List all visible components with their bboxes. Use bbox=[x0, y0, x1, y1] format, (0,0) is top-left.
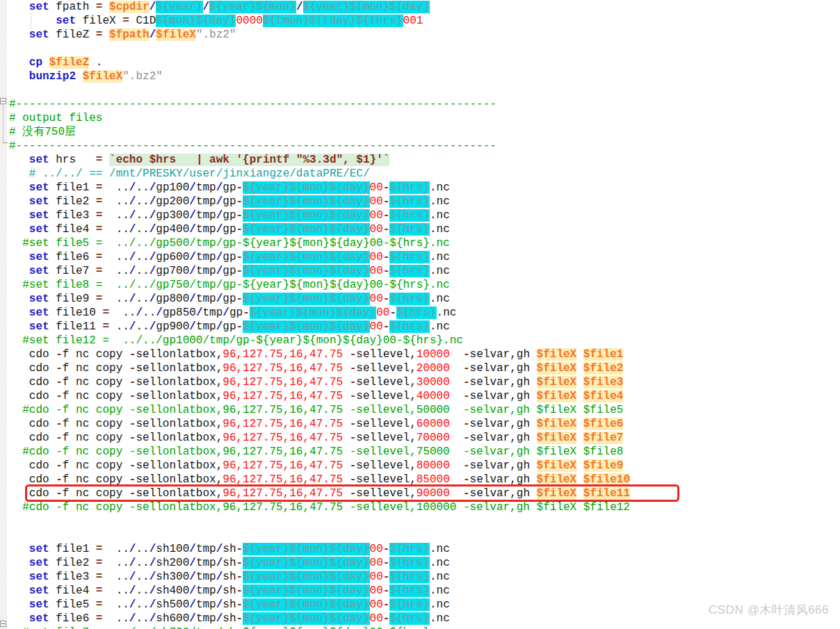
code-token-num: 30000 bbox=[417, 376, 450, 389]
code-token-tx: gp700 bbox=[156, 265, 189, 277]
code-token-tx bbox=[450, 487, 463, 500]
code-token-op: - bbox=[463, 418, 470, 430]
code-token-cy: ${year}${mon}${day} bbox=[243, 612, 369, 625]
code-token-sl: / bbox=[150, 181, 156, 194]
code-token-cy: ${year}${mon}${day} bbox=[243, 557, 369, 569]
code-token-tx: f nc copy bbox=[63, 473, 129, 486]
code-token-num: 90000 bbox=[417, 487, 450, 500]
code-line: set file7 = ../../gp700/tmp/gp-${year}${… bbox=[9, 264, 840, 278]
code-token-tx: sellonlatbox, bbox=[136, 390, 223, 402]
code-token-tx bbox=[9, 557, 29, 569]
code-token-op: = bbox=[96, 543, 103, 555]
code-token-op: - bbox=[56, 376, 63, 389]
code-token-tx bbox=[576, 418, 583, 430]
code-token-op: - bbox=[129, 348, 136, 361]
code-token-tx: .nc bbox=[430, 195, 450, 208]
code-token-tx: .. bbox=[136, 612, 149, 625]
code-token-tx: tmp bbox=[196, 598, 216, 611]
code-token-tx: selvar,gh bbox=[470, 487, 537, 500]
code-token-sl: / bbox=[216, 571, 223, 583]
code-token-tx: file5 bbox=[49, 598, 96, 611]
code-token-tx: tmp bbox=[203, 307, 223, 319]
code-token-op: - bbox=[236, 293, 243, 305]
code-token-tx: sellonlatbox, bbox=[136, 473, 223, 486]
code-token-cy: ${year}${mon}${day} bbox=[243, 543, 369, 555]
code-token-op: - bbox=[56, 473, 63, 486]
code-area[interactable]: set fpath = $cpdir/${year}/${year}${mon}… bbox=[0, 0, 840, 629]
code-token-tx: f nc copy bbox=[63, 459, 129, 472]
code-token-cm: #---------------------------------------… bbox=[9, 98, 496, 111]
code-token-op: - bbox=[463, 459, 470, 472]
code-token-tx bbox=[9, 15, 56, 27]
code-token-kw: set bbox=[29, 585, 49, 597]
code-token-tx: cdo bbox=[9, 487, 56, 500]
code-token-op: - bbox=[350, 348, 357, 361]
code-token-sl: / bbox=[189, 195, 196, 208]
code-token-cy: ${year}${mon}${day} bbox=[243, 209, 369, 222]
code-token-sl: / bbox=[150, 612, 156, 625]
code-token-tx: sh500 bbox=[156, 598, 189, 611]
code-token-tx bbox=[9, 28, 29, 41]
code-token-var: $file3 bbox=[583, 376, 624, 389]
code-token-op: = bbox=[96, 612, 103, 625]
code-token-tx: cdo bbox=[9, 473, 56, 486]
code-token-op: - bbox=[236, 265, 243, 277]
code-line bbox=[9, 83, 840, 97]
code-token-op: - bbox=[463, 376, 470, 389]
code-token-tx: .nc bbox=[430, 251, 450, 263]
code-line: cdo -f nc copy -sellonlatbox,96,127.75,1… bbox=[9, 375, 840, 389]
code-token-num: 60000 bbox=[417, 418, 450, 430]
code-token-sl: / bbox=[216, 557, 223, 569]
code-token-op: - bbox=[236, 598, 243, 611]
code-token-cy: ${hrs} bbox=[389, 557, 430, 569]
code-token-sl: / bbox=[156, 307, 163, 319]
code-token-op: - bbox=[236, 251, 243, 263]
code-token-tx: gp100 bbox=[156, 181, 189, 194]
code-token-sl: / bbox=[223, 307, 229, 319]
code-token-var: $file1 bbox=[583, 348, 624, 361]
code-token-kw: set bbox=[29, 293, 49, 305]
code-token-tx: .nc bbox=[430, 181, 450, 194]
code-token-var: $file11 bbox=[583, 487, 630, 500]
code-line: #set file8 = ../../gp750/tmp/gp-${year}$… bbox=[9, 278, 840, 292]
code-token-cy: ${year}${mon}${day} bbox=[243, 585, 369, 597]
code-token-op: - bbox=[350, 418, 357, 430]
code-token-cy: ${hrs} bbox=[389, 265, 430, 277]
code-token-tx: sellevel, bbox=[356, 418, 416, 430]
code-token-op: - bbox=[236, 195, 243, 208]
code-token-tx: .nc bbox=[430, 223, 450, 236]
code-token-tx bbox=[450, 348, 463, 361]
code-token-tl: # ../../ == /mnt/PRESKY/user/jinxiangze/… bbox=[9, 168, 369, 180]
code-token-var: $fileX bbox=[537, 418, 577, 430]
code-token-var: $fileX bbox=[156, 28, 196, 41]
code-token-cy: ${year} bbox=[156, 1, 202, 13]
code-token-op: - bbox=[463, 390, 470, 402]
code-token-tx: .. bbox=[136, 571, 149, 583]
code-token-tx: .. bbox=[136, 223, 149, 236]
code-token-tx: gp900 bbox=[156, 320, 189, 333]
code-token-sl: / bbox=[189, 543, 196, 555]
code-token-sl: / bbox=[150, 543, 156, 555]
code-token-tx: hrs bbox=[49, 154, 96, 166]
code-line: cdo -f nc copy -sellonlatbox,96,127.75,1… bbox=[9, 487, 840, 500]
code-token-tx: sellevel, bbox=[356, 432, 416, 444]
csdn-watermark: CSDN @木叶清风666 bbox=[709, 602, 829, 618]
code-token-sl: / bbox=[189, 251, 196, 263]
code-token-sl: / bbox=[150, 195, 156, 208]
code-token-op: - bbox=[383, 571, 390, 583]
code-token-tx: .nc bbox=[430, 320, 450, 333]
code-token-tx bbox=[76, 70, 83, 83]
code-token-tx: file4 bbox=[49, 223, 96, 236]
code-token-tx: f nc copy bbox=[63, 432, 129, 444]
code-token-tx: cdo bbox=[9, 348, 56, 361]
code-token-tx: tmp bbox=[196, 557, 216, 569]
code-token-cm: #set file8 = ../../gp750/tmp/gp-${year}$… bbox=[9, 279, 450, 291]
code-token-tx: file6 bbox=[49, 612, 96, 625]
code-token-var: $file4 bbox=[583, 390, 624, 402]
code-token-tx: .nc bbox=[430, 543, 450, 555]
code-token-tx: sellevel, bbox=[356, 459, 416, 472]
code-token-cy: ${hrs} bbox=[389, 181, 430, 194]
code-token-cy: ${tmon}${tday}${thrs} bbox=[263, 15, 403, 27]
code-token-op: - bbox=[383, 181, 390, 194]
code-token-op: - bbox=[129, 487, 136, 500]
